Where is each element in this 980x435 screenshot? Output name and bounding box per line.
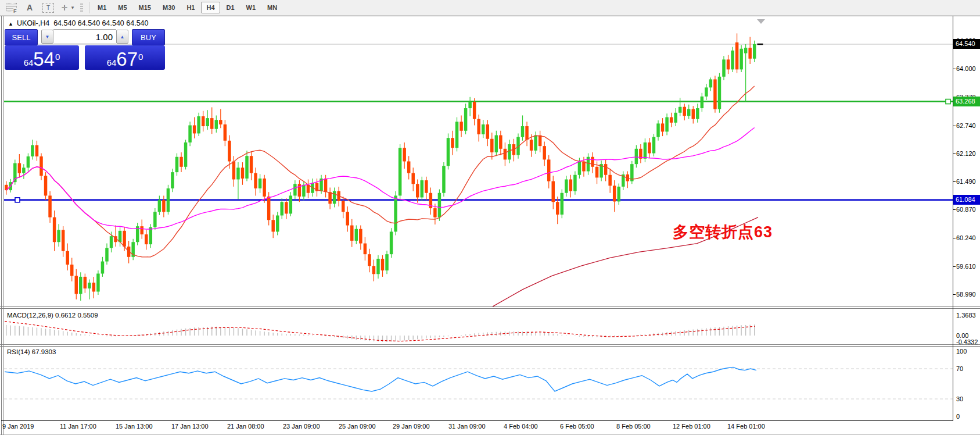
time-label: 15 Jan 13:00 <box>116 423 153 430</box>
buy-price-whole: 64 <box>107 58 117 67</box>
macd-separator-top[interactable] <box>0 306 980 307</box>
toolbar-separator <box>89 2 89 13</box>
macd-signal-line <box>5 322 755 341</box>
time-label: 9 Jan 2019 <box>2 423 34 430</box>
price-tick-60.240: 60.240 <box>956 234 976 241</box>
chart-title: ▲UKOil-,H4 64.540 64.540 64.540 64.540 <box>8 19 149 27</box>
macd-separator-bottom[interactable] <box>0 308 980 309</box>
rsi-scale-70: 70 <box>956 365 963 372</box>
volume-decrease-button[interactable]: ▼ <box>41 30 53 44</box>
macd-label: MACD(12,26,9) 0.6612 0.5509 <box>7 312 98 319</box>
rsi-line <box>5 367 756 391</box>
tf-button-m5[interactable]: M5 <box>113 2 132 13</box>
hline-handle-63.268[interactable] <box>946 99 950 104</box>
buy-price-pips: 67 <box>116 49 138 70</box>
buy-price-box[interactable]: 64670 <box>85 45 165 70</box>
candles <box>5 33 756 301</box>
time-label: 31 Jan 09:00 <box>448 423 486 430</box>
price-tick-mark <box>953 294 956 295</box>
sell-price-box[interactable]: 64540 <box>5 45 79 70</box>
buy-price-fraction: 0 <box>138 52 143 62</box>
price-tick-61.490: 61.490 <box>956 178 976 185</box>
price-tick-mark <box>953 154 956 154</box>
time-label: 12 Feb 01:00 <box>673 423 710 430</box>
time-label: 4 Feb 04:00 <box>504 423 538 430</box>
one-click-trading-panel: SELL ▼ ▲ BUY 64540 64670 <box>5 29 165 70</box>
chart-frame-top <box>0 16 980 16</box>
time-label: 14 Feb 01:00 <box>727 423 765 430</box>
time-label: 23 Jan 09:00 <box>283 423 320 430</box>
rsi-scale-100: 100 <box>956 348 967 355</box>
dropdown-arrow-icon[interactable]: ▾ <box>70 2 76 13</box>
macd-scale-1.3683: 1.3683 <box>956 312 976 319</box>
hline-handle-61.084[interactable] <box>15 198 20 202</box>
price-tick-mark <box>953 69 956 69</box>
crosshair-icon[interactable]: ✛ <box>59 2 70 13</box>
tf-button-m15[interactable]: M15 <box>134 2 156 13</box>
sell-price-pips: 54 <box>33 49 55 70</box>
rsi-label: RSI(14) 67.9303 <box>7 348 56 355</box>
rsi-separator-bottom[interactable] <box>0 346 980 347</box>
tf-button-m30[interactable]: M30 <box>157 2 180 13</box>
tf-button-mn[interactable]: MN <box>262 2 282 13</box>
text-box-icon[interactable]: T <box>41 2 56 13</box>
trade-panel-controls: SELL ▼ ▲ BUY <box>5 29 165 44</box>
chart-annotation-text: 多空转折点63 <box>673 222 773 243</box>
indicators-grid-icon[interactable]: F <box>3 2 19 13</box>
price-axis-border <box>953 16 953 420</box>
price-badge-63.268: 63.268 <box>953 97 980 106</box>
sell-button[interactable]: SELL <box>5 29 38 45</box>
time-label: 21 Jan 08:00 <box>227 423 264 430</box>
rsi-scale-30: 30 <box>956 395 963 402</box>
price-tick-59.610: 59.610 <box>956 263 976 270</box>
time-label: 8 Feb 05:00 <box>616 423 651 430</box>
sell-price-whole: 64 <box>24 58 34 67</box>
macd-scale--0.4332: -0.4332 <box>956 338 978 345</box>
price-tick-mark <box>953 238 956 238</box>
volume-input[interactable] <box>53 29 116 44</box>
collapse-triangle-icon[interactable]: ▲ <box>8 21 13 27</box>
price-tick-62.120: 62.120 <box>956 150 976 157</box>
price-badge-64.540: 64.540 <box>953 39 980 49</box>
symbol-period-label: UKOil-,H4 <box>17 19 49 27</box>
chart-frame-bottom <box>0 434 980 434</box>
chart-shift-marker[interactable] <box>757 19 765 24</box>
tf-button-w1[interactable]: W1 <box>241 2 261 13</box>
chart-frame-left-inner <box>3 16 3 435</box>
price-tick-64.000: 64.000 <box>956 65 976 72</box>
time-axis-border <box>1 420 953 421</box>
price-tick-62.740: 62.740 <box>956 122 976 129</box>
price-badge-61.084: 61.084 <box>953 195 980 205</box>
chart-frame-left-outer <box>1 16 2 435</box>
rsi-scale-0: 0 <box>956 413 960 420</box>
time-label: 25 Jan 09:00 <box>339 423 376 430</box>
mt4-chart-window: F A T ✛ ▾ M1M5M15M30H1H4D1W1MN ▲UKOil-,H… <box>0 0 980 435</box>
macd-histogram <box>6 325 755 342</box>
tf-button-h1[interactable]: H1 <box>181 2 200 13</box>
trade-panel-prices: 64540 64670 <box>5 45 165 70</box>
price-tick-60.870: 60.870 <box>956 206 976 213</box>
ohlc-quotes: 64.540 64.540 64.540 64.540 <box>53 19 148 27</box>
top-toolbar: F A T ✛ ▾ M1M5M15M30H1H4D1W1MN <box>0 0 980 16</box>
price-tick-mark <box>953 266 956 267</box>
time-label: 17 Jan 13:00 <box>171 423 209 430</box>
price-tick-mark <box>953 181 956 182</box>
price-tick-mark <box>953 209 956 210</box>
ma-slow-line <box>6 128 755 230</box>
time-label: 11 Jan 17:00 <box>60 423 96 430</box>
price-tick-58.990: 58.990 <box>956 291 976 298</box>
sell-price-fraction: 0 <box>55 52 60 62</box>
price-tick-mark <box>953 126 956 126</box>
tf-button-h4[interactable]: H4 <box>201 2 220 13</box>
tf-button-m1[interactable]: M1 <box>92 2 112 13</box>
volume-increase-button[interactable]: ▲ <box>116 30 128 44</box>
label-a-icon[interactable]: A <box>22 2 37 13</box>
timeframe-buttons: M1M5M15M30H1H4D1W1MN <box>92 2 283 13</box>
time-label: 6 Feb 05:00 <box>560 423 594 430</box>
buy-button[interactable]: BUY <box>132 29 165 45</box>
rsi-separator-top[interactable] <box>0 344 980 345</box>
tf-button-d1[interactable]: D1 <box>221 2 240 13</box>
toolbar-grip[interactable] <box>80 2 83 13</box>
time-label: 29 Jan 09:00 <box>393 423 430 430</box>
